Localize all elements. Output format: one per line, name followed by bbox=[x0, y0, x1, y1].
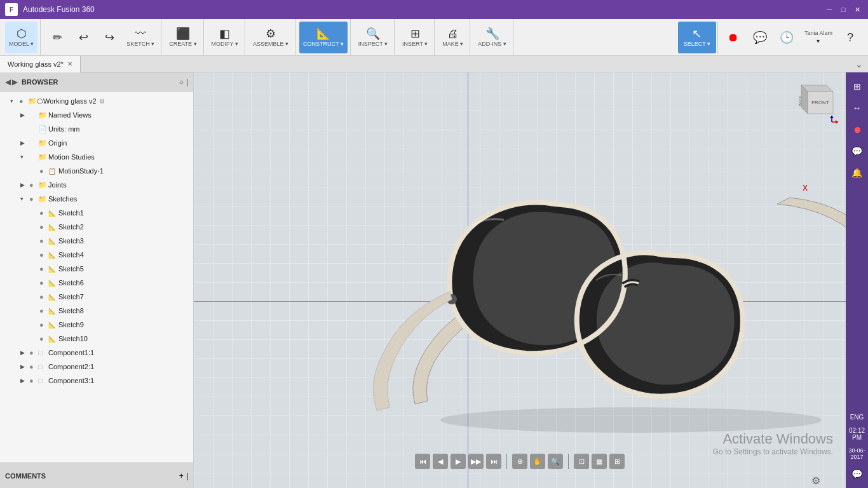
playback-start-button[interactable]: ⏮ bbox=[415, 454, 430, 469]
insert-button[interactable]: ⊞ INSERT ▾ bbox=[398, 22, 431, 53]
sketch4-icon: 📐 bbox=[48, 252, 58, 259]
tree-component2[interactable]: ▶ ● □ Component2:1 bbox=[0, 360, 193, 374]
root-eye-icon: ● bbox=[19, 97, 28, 105]
nav-bar-bottom: ⏮ ◀ ▶ ▶▶ ⏭ ⊕ ✋ 🔍 ⊡ ▦ ⊞ bbox=[415, 454, 625, 469]
tree-sketch5[interactable]: ●📐Sketch5 bbox=[0, 262, 193, 276]
active-tab[interactable]: Working glass v2* ✕ bbox=[0, 56, 81, 72]
tree-component1[interactable]: ▶ ● □ Component1:1 bbox=[0, 346, 193, 360]
modify-button[interactable]: ◧ MODIFY ▾ bbox=[208, 22, 242, 53]
minimize-button[interactable]: ─ bbox=[824, 4, 835, 15]
glasses-model bbox=[358, 121, 846, 439]
browser-bar-button[interactable]: | bbox=[186, 78, 188, 86]
tree-origin[interactable]: ▶ 📁 Origin bbox=[0, 136, 193, 150]
construct-icon: 📐 bbox=[316, 28, 330, 39]
tree-sketch8[interactable]: ●📐Sketch8 bbox=[0, 304, 193, 318]
tree-sketch6[interactable]: ●📐Sketch6 bbox=[0, 276, 193, 290]
record-button[interactable]: ⏺ bbox=[721, 22, 746, 53]
maximize-button[interactable]: □ bbox=[837, 4, 849, 15]
toolbar: ⬡ MODEL ▾ ✏ ↩ ↪ 〰 SKETCH ▾ ⬛ CREATE ▾ ◧ … bbox=[0, 19, 868, 56]
view-options-button[interactable]: ⊞ bbox=[609, 454, 625, 469]
user-button[interactable]: Tania Alam ▾ bbox=[801, 22, 836, 53]
component3-expand-icon: ▶ bbox=[20, 377, 29, 384]
settings-gear-button[interactable]: ⚙ bbox=[811, 475, 820, 487]
orbit-button[interactable]: ⊕ bbox=[512, 454, 527, 469]
make-icon: 🖨 bbox=[447, 28, 459, 39]
window-controls: ─ □ ✕ bbox=[824, 4, 863, 15]
assemble-button[interactable]: ⚙ ASSEMBLE ▾ bbox=[249, 22, 292, 53]
tree-motion-study-1[interactable]: ● 📋 MotionStudy-1 bbox=[0, 164, 193, 178]
tree-units[interactable]: 📄 Units: mm bbox=[0, 122, 193, 136]
browser-circle-button[interactable]: ○ bbox=[179, 78, 184, 86]
playback-play-button[interactable]: ▶ bbox=[451, 454, 466, 469]
tree-sketch10[interactable]: ●📐Sketch10 bbox=[0, 332, 193, 346]
tab-close-button[interactable]: ✕ bbox=[67, 60, 72, 67]
tree-root[interactable]: ▾ ● 📁 ⬡ Working glass v2 ⚙ bbox=[0, 94, 193, 108]
origin-folder-icon: 📁 bbox=[38, 139, 48, 147]
sketch-new-button[interactable]: ✏ bbox=[44, 22, 70, 53]
tree-named-views[interactable]: ▶ 📁 Named Views bbox=[0, 108, 193, 122]
zoom-button[interactable]: 🔍 bbox=[548, 454, 563, 469]
root-settings-icon[interactable]: ⚙ bbox=[99, 98, 105, 105]
playback-next-button[interactable]: ▶▶ bbox=[468, 454, 484, 469]
notification-button[interactable]: 💬 bbox=[848, 465, 866, 483]
right-resize-button[interactable]: ↔ bbox=[848, 99, 866, 117]
right-chat-button[interactable]: 💬 bbox=[848, 142, 866, 160]
date-label: 30-06-2017 bbox=[846, 446, 868, 461]
arrow-right[interactable]: ▶ bbox=[12, 78, 18, 86]
comments-bar-button[interactable]: | bbox=[186, 471, 188, 480]
sketches-eye-icon: ● bbox=[29, 195, 38, 203]
tree-sketch1[interactable]: ●📐Sketch1 bbox=[0, 206, 193, 220]
tree-motion-studies[interactable]: ▾ 📁 Motion Studies bbox=[0, 150, 193, 164]
redo-button[interactable]: ↪ bbox=[97, 22, 122, 53]
watermark-line1: Activate Windows bbox=[713, 431, 833, 447]
tree-sketch4[interactable]: ●📐Sketch4 bbox=[0, 248, 193, 262]
grid-button[interactable]: ▦ bbox=[592, 454, 607, 469]
right-notify-button[interactable]: 🔔 bbox=[848, 164, 866, 182]
tree-sketch3[interactable]: ●📐Sketch3 bbox=[0, 234, 193, 248]
model-group: ⬡ MODEL ▾ bbox=[3, 19, 41, 55]
right-grid-button[interactable]: ⊞ bbox=[848, 78, 866, 95]
comments-panel: COMMENTS + | bbox=[0, 463, 193, 488]
tree-joints[interactable]: ▶ ● 📁 Joints bbox=[0, 178, 193, 192]
tree-sketches[interactable]: ▾ ● 📁 Sketches bbox=[0, 192, 193, 206]
make-button[interactable]: 🖨 MAKE ▾ bbox=[438, 22, 467, 53]
tree-component3[interactable]: ▶ ● □ Component3:1 bbox=[0, 374, 193, 388]
viewport[interactable]: FRONT BACK X Activate Windows Go to Sett… bbox=[194, 72, 846, 488]
arrow-left[interactable]: ◀ bbox=[5, 78, 11, 86]
pan-button[interactable]: ✋ bbox=[530, 454, 545, 469]
sketch7-icon: 📐 bbox=[48, 294, 58, 301]
units-icon: 📄 bbox=[38, 125, 48, 133]
display-mode-button[interactable]: ⊡ bbox=[574, 454, 589, 469]
addins-icon: 🔧 bbox=[485, 28, 499, 39]
construct-button[interactable]: 📐 CONSTRUCT ▾ bbox=[299, 22, 348, 53]
tree-sketch9[interactable]: ●📐Sketch9 bbox=[0, 318, 193, 332]
right-panel: ⊞ ↔ ⏺ 💬 🔔 ENG 02:12 PM 30-06-2017 💬 bbox=[846, 72, 868, 488]
addins-group: 🔧 ADD-INS ▾ bbox=[471, 19, 513, 55]
separator2 bbox=[568, 454, 569, 469]
right-record-button[interactable]: ⏺ bbox=[848, 121, 866, 139]
history-button[interactable]: 🕒 bbox=[774, 22, 799, 53]
model-button[interactable]: ⬡ MODEL ▾ bbox=[5, 22, 37, 53]
help-button[interactable]: ? bbox=[837, 22, 863, 53]
playback-prev-button[interactable]: ◀ bbox=[433, 454, 448, 469]
origin-expand-icon: ▶ bbox=[20, 140, 29, 146]
view-cube[interactable]: FRONT BACK bbox=[789, 79, 839, 130]
assemble-icon: ⚙ bbox=[266, 28, 276, 39]
create-button[interactable]: ⬛ CREATE ▾ bbox=[165, 22, 200, 53]
tab-expand-button[interactable]: ⌄ bbox=[850, 59, 868, 69]
insert-group: ⊞ INSERT ▾ bbox=[396, 19, 435, 55]
component1-expand-icon: ▶ bbox=[20, 349, 29, 356]
undo-button[interactable]: ↩ bbox=[71, 22, 96, 53]
sketch-button[interactable]: 〰 SKETCH ▾ bbox=[123, 22, 158, 53]
units-label: Units: mm bbox=[48, 125, 80, 133]
inspect-button[interactable]: 🔍 INSPECT ▾ bbox=[355, 22, 391, 53]
close-button[interactable]: ✕ bbox=[851, 4, 863, 15]
tree-sketch2[interactable]: ●📐Sketch2 bbox=[0, 220, 193, 234]
playback-end-button[interactable]: ⏭ bbox=[486, 454, 501, 469]
select-button[interactable]: ↖ SELECT ▾ bbox=[678, 22, 716, 53]
addins-button[interactable]: 🔧 ADD-INS ▾ bbox=[474, 22, 510, 53]
chat-button[interactable]: 💬 bbox=[747, 22, 773, 53]
motion-study-1-eye-icon: ● bbox=[39, 167, 48, 175]
tree-sketch7[interactable]: ●📐Sketch7 bbox=[0, 290, 193, 304]
comments-add-button[interactable]: + bbox=[179, 471, 184, 480]
